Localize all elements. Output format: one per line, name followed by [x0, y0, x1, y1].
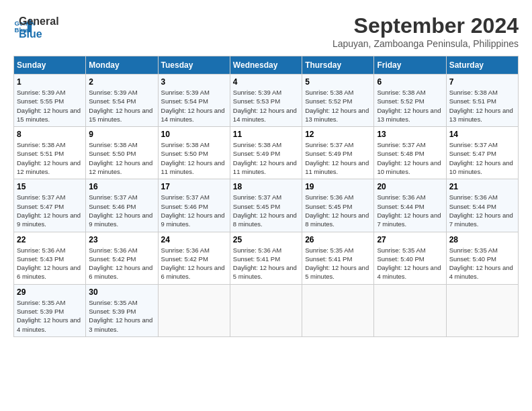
- day-number: 10: [161, 130, 227, 139]
- week-row-4: 22 Sunrise: 5:36 AMSunset: 5:43 PMDaylig…: [14, 232, 519, 284]
- day-cell: [446, 284, 518, 336]
- day-cell: 19 Sunrise: 5:36 AMSunset: 5:45 PMDaylig…: [302, 179, 374, 232]
- logo-text-line1: General: [19, 15, 59, 28]
- day-cell: 23 Sunrise: 5:36 AMSunset: 5:42 PMDaylig…: [86, 232, 158, 284]
- day-detail: Sunrise: 5:37 AMSunset: 5:47 PMDaylight:…: [449, 141, 513, 175]
- day-number: 22: [17, 235, 83, 244]
- day-cell: 26 Sunrise: 5:35 AMSunset: 5:41 PMDaylig…: [302, 232, 374, 284]
- day-detail: Sunrise: 5:37 AMSunset: 5:45 PMDaylight:…: [233, 193, 297, 228]
- day-cell: 29 Sunrise: 5:35 AMSunset: 5:39 PMDaylig…: [14, 284, 86, 336]
- day-number: 2: [89, 77, 154, 87]
- calendar-body: 1 Sunrise: 5:39 AMSunset: 5:55 PMDayligh…: [14, 75, 519, 337]
- day-number: 18: [233, 182, 299, 191]
- day-detail: Sunrise: 5:38 AMSunset: 5:50 PMDaylight:…: [161, 141, 225, 175]
- col-header-wednesday: Wednesday: [230, 56, 302, 75]
- col-header-sunday: Sunday: [14, 56, 86, 75]
- day-cell: 9 Sunrise: 5:38 AMSunset: 5:50 PMDayligh…: [86, 127, 158, 179]
- day-number: 7: [449, 77, 515, 87]
- day-detail: Sunrise: 5:37 AMSunset: 5:49 PMDaylight:…: [305, 141, 369, 175]
- day-cell: 24 Sunrise: 5:36 AMSunset: 5:42 PMDaylig…: [158, 232, 230, 284]
- day-detail: Sunrise: 5:38 AMSunset: 5:49 PMDaylight:…: [233, 141, 297, 175]
- day-detail: Sunrise: 5:36 AMSunset: 5:43 PMDaylight:…: [17, 246, 81, 281]
- day-cell: 12 Sunrise: 5:37 AMSunset: 5:49 PMDaylig…: [302, 127, 374, 179]
- day-detail: Sunrise: 5:35 AMSunset: 5:41 PMDaylight:…: [305, 246, 369, 281]
- day-number: 17: [161, 182, 227, 191]
- day-cell: 14 Sunrise: 5:37 AMSunset: 5:47 PMDaylig…: [446, 127, 518, 179]
- title-area: September 2024 Lapuyan, Zamboanga Penins…: [332, 13, 519, 49]
- day-cell: [158, 284, 230, 336]
- week-row-2: 8 Sunrise: 5:38 AMSunset: 5:51 PMDayligh…: [14, 127, 519, 179]
- col-header-friday: Friday: [374, 56, 446, 75]
- day-cell: 2 Sunrise: 5:39 AMSunset: 5:54 PMDayligh…: [86, 75, 158, 127]
- day-number: 3: [161, 77, 227, 87]
- day-detail: Sunrise: 5:36 AMSunset: 5:42 PMDaylight:…: [161, 246, 225, 281]
- day-number: 9: [89, 130, 154, 139]
- day-detail: Sunrise: 5:39 AMSunset: 5:54 PMDaylight:…: [89, 89, 152, 123]
- week-row-3: 15 Sunrise: 5:37 AMSunset: 5:47 PMDaylig…: [14, 179, 519, 232]
- day-detail: Sunrise: 5:36 AMSunset: 5:45 PMDaylight:…: [305, 193, 369, 228]
- day-cell: 28 Sunrise: 5:35 AMSunset: 5:40 PMDaylig…: [446, 232, 518, 284]
- day-detail: Sunrise: 5:39 AMSunset: 5:54 PMDaylight:…: [161, 89, 225, 123]
- day-detail: Sunrise: 5:36 AMSunset: 5:42 PMDaylight:…: [89, 246, 152, 281]
- header-row: SundayMondayTuesdayWednesdayThursdayFrid…: [14, 56, 519, 75]
- day-number: 25: [233, 235, 299, 244]
- day-detail: Sunrise: 5:37 AMSunset: 5:48 PMDaylight:…: [377, 141, 441, 175]
- location: Lapuyan, Zamboanga Peninsula, Philippine…: [332, 38, 519, 49]
- calendar-header: SundayMondayTuesdayWednesdayThursdayFrid…: [14, 56, 519, 75]
- day-number: 14: [449, 130, 515, 139]
- col-header-tuesday: Tuesday: [158, 56, 230, 75]
- day-number: 19: [305, 182, 371, 191]
- day-cell: 21 Sunrise: 5:36 AMSunset: 5:44 PMDaylig…: [446, 179, 518, 232]
- day-cell: [302, 284, 374, 336]
- day-cell: 7 Sunrise: 5:38 AMSunset: 5:51 PMDayligh…: [446, 75, 518, 127]
- day-detail: Sunrise: 5:36 AMSunset: 5:44 PMDaylight:…: [377, 193, 441, 228]
- day-cell: 13 Sunrise: 5:37 AMSunset: 5:48 PMDaylig…: [374, 127, 446, 179]
- day-number: 28: [449, 235, 515, 244]
- day-cell: 16 Sunrise: 5:37 AMSunset: 5:46 PMDaylig…: [86, 179, 158, 232]
- day-cell: 30 Sunrise: 5:35 AMSunset: 5:39 PMDaylig…: [86, 284, 158, 336]
- day-detail: Sunrise: 5:35 AMSunset: 5:39 PMDaylight:…: [89, 299, 152, 333]
- day-cell: 22 Sunrise: 5:36 AMSunset: 5:43 PMDaylig…: [14, 232, 86, 284]
- day-cell: 5 Sunrise: 5:38 AMSunset: 5:52 PMDayligh…: [302, 75, 374, 127]
- day-detail: Sunrise: 5:38 AMSunset: 5:51 PMDaylight:…: [449, 89, 513, 123]
- day-number: 1: [17, 77, 83, 87]
- calendar-table: SundayMondayTuesdayWednesdayThursdayFrid…: [13, 56, 519, 337]
- day-number: 21: [449, 182, 515, 191]
- day-cell: 17 Sunrise: 5:37 AMSunset: 5:46 PMDaylig…: [158, 179, 230, 232]
- day-cell: [374, 284, 446, 336]
- week-row-1: 1 Sunrise: 5:39 AMSunset: 5:55 PMDayligh…: [14, 75, 519, 127]
- day-detail: Sunrise: 5:39 AMSunset: 5:53 PMDaylight:…: [233, 89, 297, 123]
- day-number: 11: [233, 130, 299, 139]
- day-number: 4: [233, 77, 299, 87]
- col-header-monday: Monday: [86, 56, 158, 75]
- day-detail: Sunrise: 5:36 AMSunset: 5:41 PMDaylight:…: [233, 246, 297, 281]
- day-number: 12: [305, 130, 371, 139]
- day-detail: Sunrise: 5:38 AMSunset: 5:51 PMDaylight:…: [17, 141, 81, 175]
- day-cell: 20 Sunrise: 5:36 AMSunset: 5:44 PMDaylig…: [374, 179, 446, 232]
- day-cell: 6 Sunrise: 5:38 AMSunset: 5:52 PMDayligh…: [374, 75, 446, 127]
- day-cell: 8 Sunrise: 5:38 AMSunset: 5:51 PMDayligh…: [14, 127, 86, 179]
- day-number: 26: [305, 235, 371, 244]
- day-number: 5: [305, 77, 371, 87]
- day-number: 15: [17, 182, 83, 191]
- day-number: 29: [17, 287, 83, 297]
- day-number: 16: [89, 182, 154, 191]
- day-cell: 27 Sunrise: 5:35 AMSunset: 5:40 PMDaylig…: [374, 232, 446, 284]
- day-detail: Sunrise: 5:38 AMSunset: 5:50 PMDaylight:…: [89, 141, 152, 175]
- day-number: 24: [161, 235, 227, 244]
- day-cell: 18 Sunrise: 5:37 AMSunset: 5:45 PMDaylig…: [230, 179, 302, 232]
- day-cell: [230, 284, 302, 336]
- day-detail: Sunrise: 5:35 AMSunset: 5:40 PMDaylight:…: [377, 246, 441, 281]
- day-number: 8: [17, 130, 83, 139]
- logo-text-line2: Blue: [19, 28, 59, 40]
- month-title: September 2024: [332, 13, 519, 38]
- day-detail: Sunrise: 5:37 AMSunset: 5:47 PMDaylight:…: [17, 193, 81, 228]
- col-header-saturday: Saturday: [446, 56, 518, 75]
- day-number: 30: [89, 287, 154, 297]
- day-detail: Sunrise: 5:38 AMSunset: 5:52 PMDaylight:…: [377, 89, 441, 123]
- day-detail: Sunrise: 5:37 AMSunset: 5:46 PMDaylight:…: [161, 193, 225, 228]
- day-number: 6: [377, 77, 443, 87]
- day-detail: Sunrise: 5:37 AMSunset: 5:46 PMDaylight:…: [89, 193, 152, 228]
- day-cell: 15 Sunrise: 5:37 AMSunset: 5:47 PMDaylig…: [14, 179, 86, 232]
- day-cell: 11 Sunrise: 5:38 AMSunset: 5:49 PMDaylig…: [230, 127, 302, 179]
